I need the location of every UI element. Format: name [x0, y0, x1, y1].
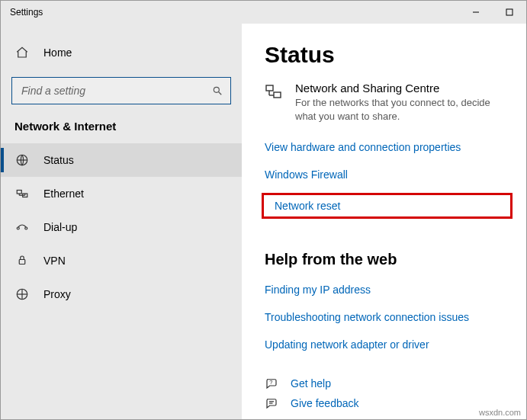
network-reset-link[interactable]: Network reset [262, 193, 513, 219]
search-icon [212, 85, 223, 96]
minimize-button[interactable] [459, 1, 493, 24]
home-icon [14, 45, 30, 60]
network-sharing-text: Network and Sharing Centre For the netwo… [295, 82, 513, 123]
svg-rect-18 [274, 92, 281, 98]
sidebar-category: Network & Internet [1, 112, 242, 143]
svg-rect-17 [266, 85, 273, 91]
network-sharing-row: Network and Sharing Centre For the netwo… [265, 82, 513, 123]
settings-window: Settings Home N [0, 0, 527, 420]
get-help-icon: ? [265, 377, 280, 390]
get-help-link: Get help [291, 377, 331, 390]
network-sharing-icon [265, 82, 284, 123]
proxy-icon [14, 287, 30, 302]
troubleshooting-link[interactable]: Troubleshooting network connection issue… [265, 311, 513, 323]
dialup-icon [14, 220, 30, 235]
svg-point-12 [25, 227, 27, 229]
sidebar-item-label: VPN [43, 255, 66, 267]
sidebar-item-label: Dial-up [43, 221, 77, 233]
give-feedback-link: Give feedback [291, 397, 359, 409]
sidebar-item-label: Proxy [43, 288, 71, 300]
sidebar-item-dialup[interactable]: Dial-up [1, 210, 242, 244]
ethernet-icon [14, 186, 30, 201]
network-sharing-heading: Network and Sharing Centre [295, 82, 513, 95]
view-hardware-link[interactable]: View hardware and connection properties [265, 141, 513, 153]
search-wrap [1, 74, 242, 112]
sidebar-item-vpn[interactable]: VPN [1, 244, 242, 277]
home-nav[interactable]: Home [1, 37, 242, 68]
sidebar-item-status[interactable]: Status [1, 143, 242, 177]
window-title: Settings [10, 7, 459, 18]
network-sharing-desc: For the networks that you connect to, de… [295, 96, 513, 123]
finding-ip-link[interactable]: Finding my IP address [265, 284, 513, 296]
sidebar-item-proxy[interactable]: Proxy [1, 277, 242, 311]
search-box[interactable] [11, 77, 231, 104]
windows-firewall-link[interactable]: Windows Firewall [265, 168, 513, 181]
svg-rect-1 [506, 9, 513, 15]
sidebar: Home Network & Internet Status [1, 24, 242, 419]
updating-adapter-link[interactable]: Updating network adapter or driver [265, 338, 513, 351]
give-feedback-row[interactable]: Give feedback [265, 396, 513, 410]
vpn-icon [14, 253, 30, 268]
content-pane: Status Network and Sharing Centre For th… [242, 24, 526, 419]
titlebar: Settings [1, 1, 526, 24]
svg-point-11 [17, 227, 19, 229]
help-from-web-heading: Help from the web [265, 251, 513, 268]
home-label: Home [43, 46, 72, 59]
sidebar-item-label: Status [43, 154, 74, 166]
svg-text:?: ? [269, 379, 272, 386]
get-help-row[interactable]: ? Get help [265, 377, 513, 390]
svg-rect-6 [17, 191, 21, 194]
svg-line-3 [219, 92, 222, 95]
maximize-button[interactable] [493, 1, 526, 24]
page-title: Status [265, 42, 513, 68]
watermark: wsxdn.com [479, 408, 521, 417]
sidebar-item-ethernet[interactable]: Ethernet [1, 177, 242, 210]
window-body: Home Network & Internet Status [1, 24, 526, 419]
svg-point-2 [214, 87, 219, 92]
feedback-icon [265, 396, 280, 410]
svg-rect-13 [19, 260, 25, 265]
search-input[interactable] [20, 84, 212, 98]
status-icon [14, 152, 30, 168]
sidebar-item-label: Ethernet [43, 188, 84, 200]
bottom-links: ? Get help Give feedback [265, 358, 513, 416]
